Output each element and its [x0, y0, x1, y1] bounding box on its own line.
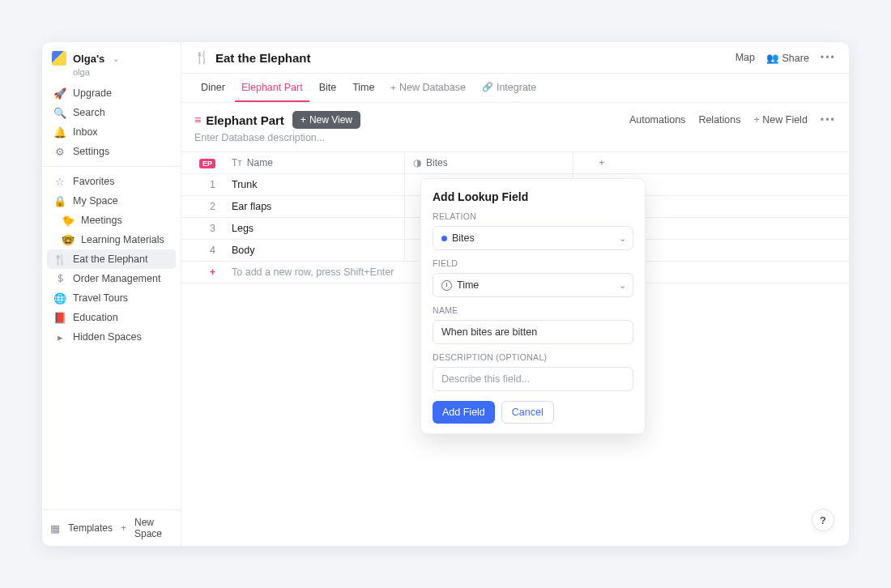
chevron-down-icon: ⌄ — [619, 233, 626, 244]
new-view-button[interactable]: + New View — [292, 111, 360, 129]
row-number: 3 — [181, 218, 224, 239]
share-button[interactable]: 👥 Share — [766, 52, 809, 64]
table-header-bites[interactable]: ◑ Bites — [405, 152, 573, 173]
workspace-sublabel: olga — [73, 67, 181, 77]
tab-diner[interactable]: Diner — [194, 74, 232, 102]
topbar: 🍴 Eat the Elephant Map 👥 Share ••• — [181, 42, 849, 74]
add-field-button[interactable]: Add Field — [433, 401, 495, 424]
star-icon: ☆ — [53, 175, 66, 188]
help-button[interactable]: ? — [812, 509, 834, 531]
cell-name[interactable]: Trunk — [224, 174, 405, 195]
plus-icon: + — [754, 114, 763, 126]
cell-name[interactable]: Legs — [224, 218, 405, 239]
relation-select[interactable]: Bites ⌄ — [433, 226, 633, 250]
sidebar-item-meetings[interactable]: 🐤 Meetings — [47, 211, 176, 230]
chevron-down-icon: ⌄ — [619, 280, 626, 291]
automations-button[interactable]: Automations — [629, 114, 685, 126]
sidebar-item-settings[interactable]: ⚙ Settings — [47, 142, 176, 161]
sidebar-item-search[interactable]: 🔍 Search — [47, 103, 176, 122]
fork-knife-icon: 🍴 — [53, 253, 66, 266]
database-header-right: Automations Relations + New Field ••• — [629, 114, 836, 126]
sidebar-item-label: Upgrade — [73, 87, 112, 99]
plus-icon: + — [121, 522, 126, 534]
add-row-hint: To add a new row, press Shift+Enter — [224, 262, 405, 283]
sidebar-item-upgrade[interactable]: 🚀 Upgrade — [47, 83, 176, 103]
tab-strip: Diner Elephant Part Bite Time + New Data… — [181, 74, 849, 103]
document-icon: 📕 — [53, 311, 66, 324]
emoji-icon: 🐤 — [62, 214, 75, 227]
sidebar-favorites-group: ☆ Favorites 🔒 My Space 🐤 Meetings 🤓 Lear… — [42, 170, 181, 348]
relations-button[interactable]: Relations — [698, 114, 740, 126]
search-icon: 🔍 — [53, 106, 66, 119]
workspace-switcher[interactable]: Olga's ⌄ — [42, 42, 181, 70]
sidebar-item-hidden[interactable]: ▸ Hidden Spaces — [47, 327, 176, 347]
sidebar-item-education[interactable]: 📕 Education — [47, 308, 176, 327]
tab-integrate[interactable]: 🔗 Integrate — [475, 74, 543, 102]
rocket-icon: 🚀 — [53, 87, 66, 100]
relation-dot-icon — [441, 236, 447, 241]
new-field-button[interactable]: + New Field — [754, 114, 808, 126]
bell-icon: 🔔 — [53, 126, 66, 138]
description-input[interactable] — [433, 367, 633, 391]
table-header-row: EP Tт Name ◑ Bites + — [181, 151, 849, 174]
app-window: Olga's ⌄ olga 🚀 Upgrade 🔍 Search 🔔 Inbox… — [42, 42, 849, 546]
sidebar-item-label: My Space — [73, 195, 118, 207]
row-number: 2 — [181, 196, 224, 217]
sidebar-item-travel[interactable]: 🌐 Travel Tours — [47, 288, 176, 308]
templates-icon: ▦ — [50, 522, 60, 535]
people-icon: 👥 — [766, 53, 782, 64]
tab-elephant-part[interactable]: Elephant Part — [235, 74, 309, 102]
plus-icon: + — [181, 262, 224, 283]
sidebar-item-label: Order Management — [73, 273, 160, 284]
page-title: 🍴 Eat the Elephant — [194, 50, 311, 65]
sidebar-item-favorites[interactable]: ☆ Favorites — [47, 172, 176, 191]
add-column-button[interactable]: + — [573, 152, 630, 173]
tab-time[interactable]: Time — [346, 74, 381, 102]
chevron-down-icon: ⌄ — [113, 54, 119, 63]
ep-badge: EP — [199, 159, 215, 168]
topbar-actions: Map 👥 Share ••• — [735, 52, 836, 64]
caret-right-icon: ▸ — [53, 330, 66, 343]
tab-new-database[interactable]: + New Database — [385, 74, 472, 102]
sidebar-item-label: Favorites — [73, 176, 114, 187]
field-value: Time — [457, 279, 479, 291]
sidebar-footer: ▦ Templates + New Space — [42, 509, 181, 546]
cell-name[interactable]: Body — [224, 240, 405, 261]
sidebar-item-learning[interactable]: 🤓 Learning Materials — [47, 230, 176, 249]
sidebar-item-label: Travel Tours — [73, 292, 128, 304]
templates-link[interactable]: Templates — [68, 522, 113, 534]
database-title: ≡ Elephant Part — [194, 113, 284, 127]
relation-value: Bites — [452, 232, 475, 244]
workspace-name: Olga's — [73, 53, 104, 65]
popover-actions: Add Field Cancel — [433, 401, 633, 424]
new-space-link[interactable]: New Space — [134, 517, 173, 539]
sidebar-item-order-mgmt[interactable]: ＄ Order Management — [47, 269, 176, 288]
sidebar-item-myspace[interactable]: 🔒 My Space — [47, 191, 176, 211]
database-header: ≡ Elephant Part + New View Automations R… — [181, 103, 849, 132]
workspace-icon — [52, 51, 66, 66]
sidebar-item-label: Eat the Elephant — [73, 254, 147, 265]
sidebar-item-label: Education — [73, 312, 118, 323]
cancel-button[interactable]: Cancel — [501, 401, 554, 424]
more-icon[interactable]: ••• — [821, 52, 836, 63]
field-select[interactable]: Time ⌄ — [433, 273, 633, 297]
divider — [42, 166, 181, 167]
link-icon: 🔗 — [482, 82, 493, 92]
tab-bite[interactable]: Bite — [313, 74, 343, 102]
more-icon[interactable]: ••• — [821, 114, 836, 126]
name-input[interactable] — [433, 320, 633, 344]
name-label: NAME — [433, 305, 633, 315]
sidebar-item-label: Learning Materials — [81, 234, 164, 245]
sidebar-item-inbox[interactable]: 🔔 Inbox — [47, 122, 176, 142]
sidebar-item-eat-elephant[interactable]: 🍴 Eat the Elephant — [47, 249, 176, 269]
field-label: FIELD — [433, 258, 633, 268]
sidebar-item-label: Settings — [73, 146, 109, 157]
database-description-input[interactable]: Enter Database description... — [181, 132, 849, 151]
main-content: 🍴 Eat the Elephant Map 👥 Share ••• Diner… — [181, 42, 849, 546]
table-header-name[interactable]: Tт Name — [224, 152, 405, 173]
popover-title: Add Lookup Field — [433, 190, 633, 203]
map-button[interactable]: Map — [735, 52, 755, 63]
fork-knife-icon: 🍴 — [194, 50, 209, 65]
emoji-icon: 🤓 — [62, 233, 75, 246]
cell-name[interactable]: Ear flaps — [224, 196, 405, 217]
